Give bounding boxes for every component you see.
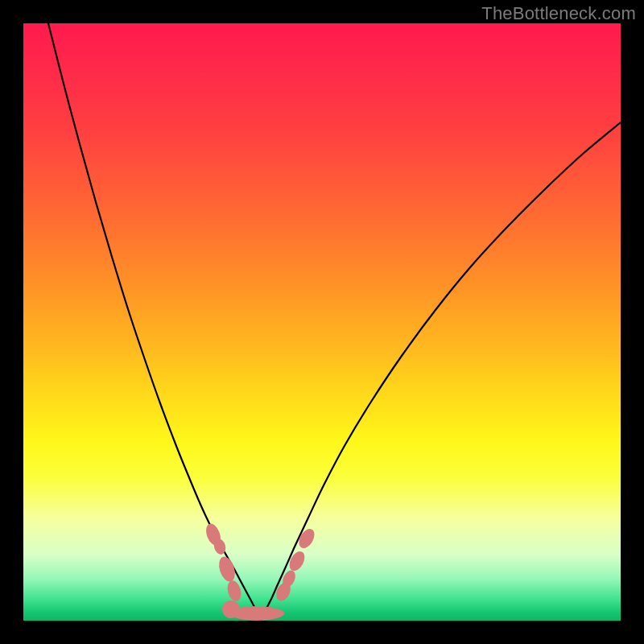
curve-right-curve (258, 122, 621, 621)
chart-svg (23, 23, 621, 621)
curve-left-curve (48, 23, 262, 621)
watermark-text: TheBottleneck.com (481, 3, 636, 24)
curves-group (48, 23, 621, 621)
marker-trough-blob (222, 601, 240, 618)
plot-area (23, 23, 621, 621)
chart-stage: TheBottleneck.com (0, 0, 644, 644)
markers-group (204, 522, 318, 621)
marker-right-cluster-mid (287, 549, 308, 573)
